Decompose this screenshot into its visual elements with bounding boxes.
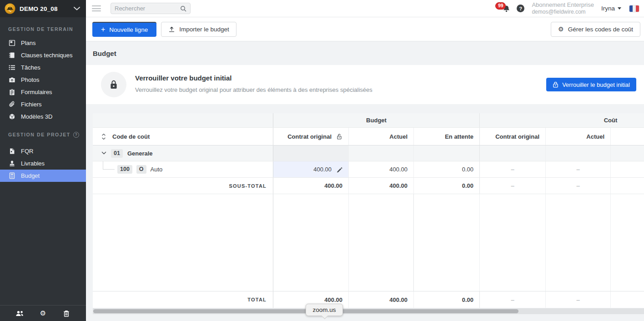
line-name: Auto bbox=[151, 166, 163, 173]
lock-circle bbox=[101, 72, 126, 97]
column-header-actuel[interactable]: Actuel bbox=[348, 128, 413, 145]
table-column-header-row: Code de coût Contrat original Actuel En … bbox=[93, 128, 644, 145]
cout-actuel-cell: – bbox=[545, 161, 610, 177]
sidebar-item-taches[interactable]: Tâches bbox=[0, 61, 86, 74]
search-box[interactable] bbox=[111, 3, 191, 14]
column-header-cout-contrat-original[interactable]: Contrat original bbox=[479, 128, 545, 145]
sidebar-item-budget[interactable]: Budget bbox=[0, 170, 86, 182]
camera-icon bbox=[8, 76, 15, 84]
project-switcher[interactable]: DEMO 20_08 bbox=[0, 0, 86, 17]
people-icon[interactable] bbox=[15, 308, 25, 318]
budget-table: Budget Coût Code de coût Contrat origina… bbox=[93, 113, 644, 308]
edit-pencil-icon[interactable] bbox=[336, 166, 342, 173]
document-icon bbox=[8, 148, 15, 155]
page-title: Budget bbox=[93, 50, 116, 57]
group-name: Generale bbox=[127, 150, 153, 157]
search-input[interactable] bbox=[115, 5, 180, 12]
tooltip-tail bbox=[322, 313, 328, 319]
chevron-down-icon[interactable] bbox=[101, 151, 106, 155]
en-attente-cell[interactable]: 0.00 bbox=[413, 161, 479, 177]
manage-cost-codes-button[interactable]: ⚙ Gérer les codes de coût bbox=[551, 22, 640, 37]
lock-budget-banner: Verrouiller votre budget initial Verroui… bbox=[86, 65, 644, 104]
specifications-icon bbox=[8, 52, 15, 59]
chevron-down-icon bbox=[73, 6, 80, 11]
actuel-cell[interactable]: 400.00 bbox=[348, 161, 413, 177]
column-header-contrat-original[interactable]: Contrat original bbox=[273, 128, 348, 145]
stamp-icon bbox=[8, 160, 15, 167]
subscription-plan: Abonnement Enterprise bbox=[532, 1, 594, 9]
horizontal-scrollbar-track[interactable] bbox=[93, 308, 644, 314]
notifications-button[interactable]: 99 bbox=[500, 4, 510, 14]
clipboard-icon bbox=[8, 89, 15, 96]
sidebar-item-fqr[interactable]: FQR bbox=[0, 145, 86, 157]
section-label-gestion-projet: GESTION DE PROJET ? bbox=[0, 130, 86, 140]
banner-title: Verrouiller votre budget initial bbox=[135, 74, 232, 82]
chevron-down-icon bbox=[618, 7, 621, 10]
subscription-email: demos@fieldwire.com bbox=[532, 9, 594, 15]
sidebar-item-plans[interactable]: Plans bbox=[0, 37, 86, 49]
sort-icon[interactable] bbox=[101, 133, 106, 140]
contrat-original-cell[interactable]: 400.00 bbox=[273, 161, 348, 177]
search-icon bbox=[180, 5, 186, 12]
plans-icon bbox=[8, 40, 15, 47]
project-name: DEMO 20_08 bbox=[20, 5, 73, 12]
sidebar-nav-project: FQR Livrables Budget bbox=[0, 145, 86, 182]
column-header-code[interactable]: Code de coût bbox=[93, 128, 273, 145]
plus-icon: + bbox=[101, 25, 105, 34]
sidebar-nav-field: Plans Clauses techniques Tâches Photos F… bbox=[0, 37, 86, 123]
budget-toolbar: + Nouvelle ligne Importer le budget ⚙ Gé… bbox=[86, 17, 644, 41]
task-list-icon bbox=[8, 64, 15, 71]
cost-code-group-row[interactable]: 01 Generale bbox=[93, 145, 644, 161]
settings-gear-icon[interactable]: ⚙ bbox=[38, 308, 48, 318]
group-code-badge: 01 bbox=[111, 149, 123, 158]
total-cout-contrat-original: – bbox=[479, 291, 545, 308]
help-icon[interactable]: ? bbox=[517, 5, 524, 12]
user-name: Iryna bbox=[601, 5, 615, 12]
budget-line-row[interactable]: 100 O Auto 400.00 400.00 0.00 – – bbox=[93, 161, 644, 178]
sidebar-item-fichiers[interactable]: Fichiers bbox=[0, 98, 86, 110]
lock-icon bbox=[553, 81, 558, 88]
share-source-label: zoom.us bbox=[312, 306, 336, 313]
line-type-badge: O bbox=[136, 165, 146, 174]
sidebar: DEMO 20_08 GESTION DE TERRAIN Plans Clau… bbox=[0, 0, 86, 321]
trash-icon[interactable] bbox=[61, 308, 71, 318]
topbar: 99 ? Abonnement Enterprise demos@fieldwi… bbox=[86, 0, 644, 17]
subtotal-cout-contrat-original: – bbox=[479, 178, 545, 194]
lock-open-icon bbox=[336, 133, 342, 140]
subtotal-cout-actuel: – bbox=[545, 178, 610, 194]
total-row: TOTAL 400.00 400.00 0.00 – – bbox=[93, 291, 644, 308]
sidebar-item-clauses-techniques[interactable]: Clauses techniques bbox=[0, 49, 86, 61]
paperclip-icon bbox=[8, 101, 15, 108]
language-flag-french[interactable] bbox=[629, 5, 639, 12]
screen-share-tooltip: zoom.us bbox=[306, 304, 343, 316]
subtotal-actuel: 400.00 bbox=[348, 178, 413, 194]
calculator-icon bbox=[8, 172, 15, 180]
column-header-cout-actuel[interactable]: Actuel bbox=[545, 128, 610, 145]
sidebar-item-modeles-3d[interactable]: Modèles 3D bbox=[0, 110, 86, 123]
page-header: Budget bbox=[86, 41, 644, 65]
subtotal-contrat-original: 400.00 bbox=[273, 178, 348, 194]
sidebar-item-livrables[interactable]: Livrables bbox=[0, 157, 86, 170]
import-budget-button[interactable]: Importer le budget bbox=[161, 22, 236, 37]
total-cout-actuel: – bbox=[545, 291, 610, 308]
subtotal-label: SOUS-TOTAL bbox=[93, 178, 273, 194]
lock-budget-button[interactable]: Verrouiller le budget initial bbox=[546, 78, 636, 91]
table-group-header-row: Budget Coût bbox=[93, 113, 644, 128]
topbar-right: 99 ? Abonnement Enterprise demos@fieldwi… bbox=[500, 1, 644, 15]
sidebar-item-formulaires[interactable]: Formulaires bbox=[0, 86, 86, 98]
menu-hamburger-icon[interactable] bbox=[92, 4, 101, 13]
lock-icon bbox=[109, 80, 118, 90]
app-window: DEMO 20_08 GESTION DE TERRAIN Plans Clau… bbox=[0, 0, 644, 321]
sidebar-item-photos[interactable]: Photos bbox=[0, 74, 86, 86]
group-header-cout: Coût bbox=[479, 113, 644, 127]
cube-3d-icon bbox=[8, 113, 15, 120]
upload-icon bbox=[168, 26, 175, 33]
user-menu[interactable]: Iryna bbox=[601, 5, 621, 12]
table-empty-area bbox=[93, 194, 644, 291]
section-help-icon[interactable]: ? bbox=[73, 132, 79, 138]
new-line-button[interactable]: + Nouvelle ligne bbox=[92, 22, 156, 37]
total-label: TOTAL bbox=[93, 291, 273, 308]
column-header-en-attente[interactable]: En attente bbox=[413, 128, 479, 145]
notification-count-badge: 99 bbox=[495, 2, 506, 10]
sidebar-footer: ⚙ bbox=[0, 305, 86, 321]
